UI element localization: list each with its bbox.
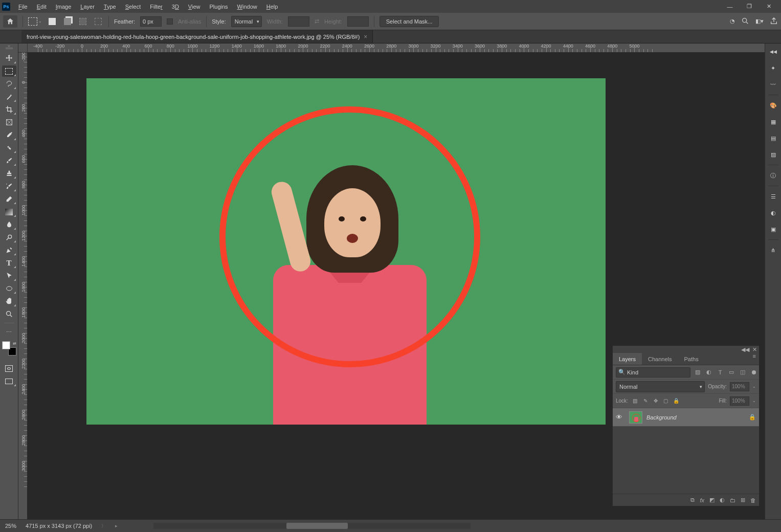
dropdown-arrow-icon[interactable]: ⌄	[752, 384, 756, 389]
mask-icon[interactable]: ◩	[709, 497, 715, 503]
foreground-color[interactable]	[2, 341, 10, 349]
color-swatches[interactable]: ⇄	[2, 341, 16, 356]
adjustment-layer-icon[interactable]: ◐	[720, 497, 725, 503]
intersect-selection-icon[interactable]	[93, 16, 103, 27]
layer-name[interactable]: Background	[646, 414, 745, 420]
menu-plugins[interactable]: Plugins	[206, 2, 232, 12]
filter-pixel-icon[interactable]: ▨	[694, 368, 702, 376]
path-select-tool[interactable]	[2, 270, 16, 281]
filter-kind-select[interactable]: 🔍 Kind	[616, 367, 690, 378]
color-panel-icon[interactable]: 🎨	[767, 99, 779, 112]
swatches-panel-icon[interactable]: ▦	[767, 116, 779, 128]
menu-3d[interactable]: 3D	[168, 2, 183, 12]
share-icon[interactable]	[770, 17, 778, 26]
crop-tool[interactable]	[2, 104, 16, 115]
panel-menu-icon[interactable]: ≡	[750, 353, 759, 365]
opacity-input[interactable]: 100%	[730, 382, 749, 391]
type-tool[interactable]: T	[2, 257, 16, 269]
select-and-mask-button[interactable]: Select and Mask...	[380, 16, 439, 27]
filter-shape-icon[interactable]: ▭	[727, 368, 735, 376]
close-tab-icon[interactable]: ×	[364, 33, 367, 40]
horizontal-ruler[interactable]: -400-20002004006008001000120014001600180…	[28, 43, 781, 53]
tab-paths[interactable]: Paths	[678, 353, 705, 365]
properties-panel-icon[interactable]: ☰	[767, 190, 779, 203]
menu-select[interactable]: Select	[121, 2, 145, 12]
add-selection-icon[interactable]	[62, 16, 73, 27]
new-selection-icon[interactable]	[47, 16, 57, 27]
info-panel-icon[interactable]: ⓘ	[767, 169, 779, 182]
menu-edit[interactable]: Edit	[33, 2, 51, 12]
document-canvas[interactable]	[86, 78, 606, 425]
panel-header[interactable]: ◀◀ ✕	[613, 346, 759, 353]
hand-tool[interactable]	[2, 296, 16, 307]
menu-help[interactable]: Help	[262, 2, 282, 12]
filter-type-icon[interactable]: T	[716, 368, 724, 376]
history-panel-icon[interactable]: ✦	[767, 62, 779, 74]
keyframes-icon[interactable]: 〰	[767, 78, 779, 91]
menu-view[interactable]: View	[184, 2, 205, 12]
tab-channels[interactable]: Channels	[642, 353, 678, 365]
horizontal-scrollbar[interactable]	[153, 523, 471, 529]
blend-mode-select[interactable]: Normal	[616, 381, 705, 392]
adjustments-panel-icon[interactable]: ◐	[767, 207, 779, 219]
menu-type[interactable]: Type	[100, 2, 120, 12]
dodge-tool[interactable]	[2, 232, 16, 243]
workspace-switcher-icon[interactable]: ◧▾	[755, 18, 764, 25]
patterns-panel-icon[interactable]: ▨	[767, 148, 779, 161]
scrollbar-thumb[interactable]	[286, 523, 348, 529]
blur-tool[interactable]	[2, 219, 16, 230]
lock-transparent-icon[interactable]: ▨	[631, 397, 639, 405]
lock-pixels-icon[interactable]: ✎	[641, 397, 650, 405]
collapse-icon[interactable]: ◀◀	[767, 46, 779, 58]
comments-panel-icon[interactable]: ⋔	[767, 244, 779, 256]
cloud-docs-icon[interactable]: ◔	[730, 18, 735, 25]
close-panel-icon[interactable]: ✕	[752, 346, 757, 353]
swap-colors-icon[interactable]: ⇄	[13, 341, 16, 346]
filter-smart-icon[interactable]: ◫	[739, 368, 747, 376]
search-icon[interactable]	[741, 17, 749, 26]
stamp-tool[interactable]	[2, 168, 16, 179]
screen-mode-icon[interactable]	[2, 375, 16, 387]
dropdown-arrow-icon[interactable]: ⌄	[752, 398, 756, 403]
menu-filter[interactable]: Filter	[146, 2, 166, 12]
gradient-tool[interactable]	[2, 206, 16, 217]
menu-window[interactable]: Window	[233, 2, 261, 12]
tab-layers[interactable]: Layers	[613, 353, 642, 365]
lock-artboard-icon[interactable]: ▢	[662, 397, 670, 405]
tool-preset-picker[interactable]: ⌄	[28, 17, 42, 26]
magic-wand-tool[interactable]	[2, 91, 16, 102]
close-button[interactable]: ✕	[764, 2, 774, 12]
visibility-toggle-icon[interactable]: 👁	[616, 413, 625, 421]
collapse-panel-icon[interactable]: ◀◀	[741, 346, 749, 353]
libraries-panel-icon[interactable]: ▣	[767, 223, 779, 235]
vertical-ruler[interactable]: -200020040060080010001200140016001800200…	[18, 53, 28, 519]
toolbar-grip[interactable]	[2, 46, 16, 50]
edit-toolbar-button[interactable]: ⋯	[2, 326, 16, 338]
marquee-tool[interactable]	[2, 65, 16, 77]
lasso-tool[interactable]	[2, 78, 16, 90]
healing-tool[interactable]	[2, 142, 16, 153]
status-chevron-icon[interactable]: ▸	[115, 523, 118, 528]
zoom-tool[interactable]	[2, 308, 16, 320]
zoom-level[interactable]: 25%	[5, 523, 16, 529]
frame-tool[interactable]	[2, 117, 16, 128]
new-layer-icon[interactable]: ⊞	[741, 497, 745, 503]
document-dimensions[interactable]: 4715 px x 3143 px (72 ppi)	[26, 523, 92, 529]
fill-input[interactable]: 100%	[730, 396, 749, 406]
minimize-button[interactable]: —	[725, 2, 735, 12]
quick-mask-icon[interactable]	[2, 363, 16, 374]
link-layers-icon[interactable]: ⧉	[690, 497, 695, 503]
pen-tool[interactable]	[2, 245, 16, 256]
layer-row[interactable]: 👁 Background 🔒	[613, 408, 759, 427]
document-tab[interactable]: front-view-young-saleswoman-holding-red-…	[21, 30, 373, 43]
filter-toggle[interactable]	[752, 370, 756, 374]
ruler-origin[interactable]	[18, 43, 28, 53]
eraser-tool[interactable]	[2, 193, 16, 205]
history-brush-tool[interactable]	[2, 181, 16, 192]
menu-image[interactable]: Image	[52, 2, 76, 12]
move-tool[interactable]	[2, 53, 16, 64]
style-select[interactable]: Normal	[231, 16, 262, 27]
lock-all-icon[interactable]: 🔒	[672, 397, 680, 405]
subtract-selection-icon[interactable]	[78, 16, 88, 27]
eyedropper-tool[interactable]	[2, 129, 16, 141]
